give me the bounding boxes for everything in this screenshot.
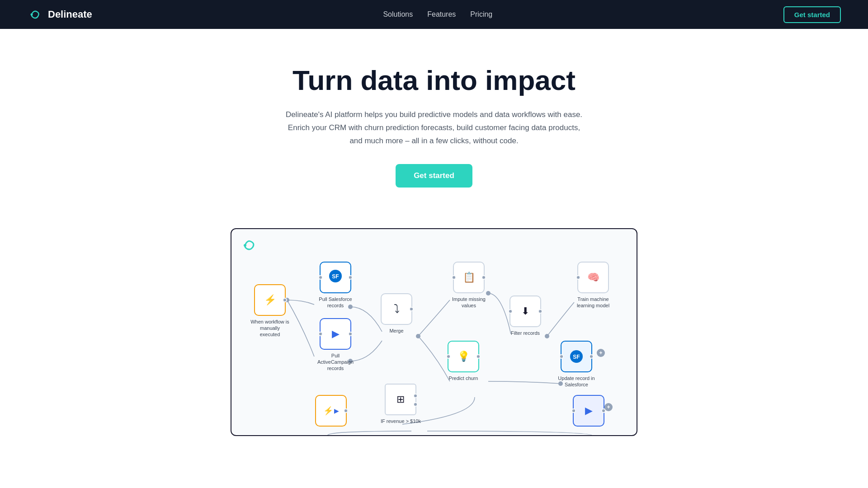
svg-point-0: [27, 6, 43, 23]
node-activecampaign: ▶ Pull ActiveCampaign records: [315, 318, 356, 372]
node-impute: 📋 Impute missing values: [448, 262, 489, 309]
node-filter: ⬇ Filter records: [509, 296, 541, 336]
svg-point-2: [240, 235, 259, 255]
node-predict-churn-label: Predict churn: [449, 375, 478, 381]
logo-link[interactable]: Delineate: [27, 6, 92, 23]
node-update-sf-label: Update record in Salesforce: [556, 375, 597, 388]
svg-text:SF: SF: [332, 273, 339, 280]
navbar: Delineate Solutions Features Pricing Get…: [0, 0, 868, 29]
bottom-right-icon: ▶: [585, 405, 593, 417]
nav-get-started-button[interactable]: Get started: [783, 6, 841, 23]
node-if-revenue: ⊞ IF revenue > $10k: [381, 384, 421, 424]
bottom-right-add-icon: +: [604, 403, 613, 411]
activecampaign-icon: ▶: [332, 328, 340, 340]
node-merge: ⤵ Merge: [381, 293, 412, 334]
nav-pricing[interactable]: Pricing: [470, 10, 492, 18]
salesforce-icon: SF: [328, 269, 343, 286]
nav-solutions[interactable]: Solutions: [383, 10, 413, 18]
diagram-header: [231, 229, 637, 262]
node-filter-label: Filter records: [511, 330, 540, 336]
svg-point-5: [416, 334, 420, 338]
update-sf-add-icon: +: [597, 349, 605, 357]
svg-point-10: [545, 334, 549, 338]
node-if-revenue-label: IF revenue > $10k: [381, 418, 421, 424]
node-update-sf: SF Update record in Salesforce +: [556, 341, 597, 388]
predict-churn-icon: 💡: [458, 351, 470, 362]
filter-icon: ⬇: [521, 305, 529, 317]
node-trigger-label: When workflow is manually executed: [250, 319, 290, 338]
node-salesforce-label: Pull Salesforce records: [315, 296, 356, 309]
node-merge-label: Merge: [389, 328, 403, 334]
hero-get-started-button[interactable]: Get started: [396, 164, 472, 188]
node-trigger: ⚡ When workflow is manually executed: [250, 284, 290, 338]
nav-features[interactable]: Features: [427, 10, 456, 18]
hero-title: Turn data into impact: [249, 65, 619, 96]
update-sf-icon: SF: [569, 349, 584, 364]
node-bottom-right: ▶ +: [573, 395, 604, 427]
node-train-ml: 🧠 Train machine learning model: [573, 262, 613, 309]
node-train-ml-label: Train machine learning model: [573, 296, 613, 309]
hero-subtitle: Delineate's AI platform helps you build …: [285, 108, 583, 148]
diagram-canvas: ⚡ When workflow is manually executed SF …: [231, 262, 637, 436]
node-salesforce: SF Pull Salesforce records: [315, 262, 356, 309]
workflow-diagram: ⚡ When workflow is manually executed SF …: [231, 228, 637, 436]
logo-icon: [27, 6, 43, 23]
nav-links: Solutions Features Pricing: [383, 10, 492, 19]
bottom-left-trigger-icon: ⚡: [323, 406, 333, 416]
svg-point-1: [31, 14, 33, 16]
impute-icon: 📋: [463, 272, 475, 283]
if-revenue-icon: ⊞: [396, 394, 405, 405]
node-bottom-left: ⚡ ▶: [315, 395, 347, 427]
merge-icon: ⤵: [394, 302, 400, 316]
hero-section: Turn data into impact Delineate's AI pla…: [0, 29, 868, 436]
node-impute-label: Impute missing values: [448, 296, 489, 309]
svg-point-3: [244, 244, 246, 247]
svg-text:SF: SF: [573, 354, 580, 360]
trigger-icon: ⚡: [264, 294, 276, 306]
train-ml-icon: 🧠: [587, 272, 599, 283]
diagram-logo-icon: [240, 235, 259, 255]
node-predict-churn: 💡 Predict churn: [448, 341, 479, 381]
node-activecampaign-label: Pull ActiveCampaign records: [315, 352, 356, 372]
